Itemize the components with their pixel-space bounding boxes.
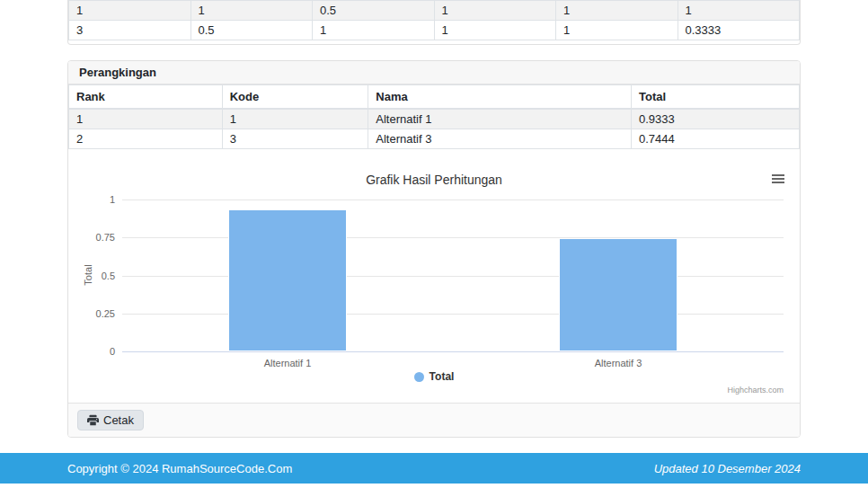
table-row: 1 1 Alternatif 1 0.9333 bbox=[69, 109, 800, 129]
ranking-table: Rank Kode Nama Total 1 1 Alternatif 1 0.… bbox=[68, 84, 800, 149]
kode-cell: 1 bbox=[222, 109, 368, 129]
footer-updated: Updated 10 Desember 2024 bbox=[654, 462, 801, 475]
card-footer: Cetak bbox=[68, 403, 800, 437]
y-tick-label: 0.75 bbox=[77, 232, 115, 243]
x-axis-line bbox=[122, 351, 784, 352]
kode-cell: 3 bbox=[222, 129, 368, 149]
table-row: 1 1 0.5 1 1 1 bbox=[69, 1, 800, 21]
y-tick-label: 0.5 bbox=[77, 271, 115, 281]
printer-icon bbox=[87, 414, 99, 426]
nama-cell: Alternatif 3 bbox=[368, 129, 632, 149]
col-header-total: Total bbox=[631, 85, 799, 110]
x-category-label: Alternatif 3 bbox=[595, 358, 642, 368]
chart-title: Grafik Hasil Perhitungan bbox=[69, 158, 799, 187]
matrix-cell: 1 bbox=[190, 1, 313, 21]
ranking-card-title: Perangkingan bbox=[68, 61, 800, 84]
gridline bbox=[122, 314, 784, 315]
page-footer: Copyright © 2024 RumahSourceCode.Com Upd… bbox=[0, 453, 868, 484]
matrix-cell: 0.5 bbox=[313, 1, 435, 21]
matrix-card: 1 1 0.5 1 1 1 3 0.5 1 1 1 0.3333 bbox=[67, 0, 801, 45]
table-row: 3 0.5 1 1 1 0.3333 bbox=[69, 21, 800, 40]
rank-cell: 1 bbox=[69, 109, 223, 129]
highcharts-credits-link[interactable]: Highcharts.com bbox=[727, 386, 784, 395]
bar-chart: Grafik Hasil Perhitungan Total 00.250.50… bbox=[69, 158, 799, 403]
legend-item-total[interactable]: Total bbox=[69, 370, 799, 383]
print-button[interactable]: Cetak bbox=[77, 410, 144, 430]
col-header-kode: Kode bbox=[222, 85, 368, 110]
matrix-cell: 1 bbox=[678, 1, 800, 21]
y-tick-label: 1 bbox=[77, 194, 115, 205]
matrix-cell: 1 bbox=[556, 1, 678, 21]
matrix-cell: 1 bbox=[313, 21, 435, 40]
matrix-cell: 0.5 bbox=[190, 21, 313, 40]
rank-cell: 2 bbox=[69, 129, 223, 149]
total-cell: 0.9333 bbox=[631, 109, 799, 129]
x-category-label: Alternatif 1 bbox=[264, 358, 312, 368]
gridline bbox=[122, 200, 784, 200]
print-button-label: Cetak bbox=[103, 413, 134, 427]
matrix-cell: 1 bbox=[556, 21, 678, 40]
matrix-cell: 0.3333 bbox=[678, 21, 800, 40]
matrix-cell: 1 bbox=[69, 1, 191, 21]
footer-copyright: Copyright © 2024 RumahSourceCode.Com bbox=[67, 462, 292, 475]
legend-label: Total bbox=[430, 370, 455, 383]
table-header-row: Rank Kode Nama Total bbox=[69, 85, 800, 110]
gridline bbox=[122, 237, 784, 238]
col-header-rank: Rank bbox=[69, 85, 223, 110]
hamburger-icon[interactable] bbox=[772, 174, 784, 185]
total-cell: 0.7444 bbox=[631, 129, 799, 149]
table-row: 2 3 Alternatif 3 0.7444 bbox=[69, 129, 800, 149]
col-header-nama: Nama bbox=[368, 85, 632, 110]
matrix-table: 1 1 0.5 1 1 1 3 0.5 1 1 1 0.3333 bbox=[68, 0, 800, 40]
main-container: 1 1 0.5 1 1 1 3 0.5 1 1 1 0.3333 Pera bbox=[67, 0, 801, 438]
matrix-cell: 3 bbox=[69, 21, 191, 40]
matrix-cell: 1 bbox=[434, 1, 556, 21]
nama-cell: Alternatif 1 bbox=[368, 109, 632, 129]
matrix-cell: 1 bbox=[434, 21, 556, 40]
chart-bar-alternatif-1[interactable] bbox=[228, 209, 347, 351]
chart-bar-alternatif-3[interactable] bbox=[559, 238, 678, 351]
ranking-card: Perangkingan Rank Kode Nama Total 1 1 Al… bbox=[67, 60, 801, 438]
y-tick-label: 0 bbox=[77, 346, 115, 357]
y-tick-label: 0.25 bbox=[77, 308, 115, 319]
legend-marker-icon bbox=[414, 372, 424, 382]
gridline bbox=[122, 276, 784, 277]
